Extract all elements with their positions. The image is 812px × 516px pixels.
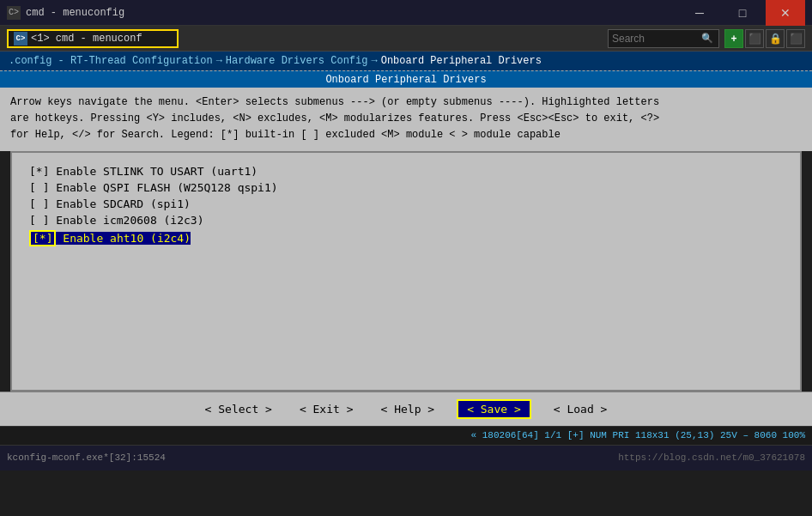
opd-title: Onboard Peripheral Drivers: [325, 74, 486, 86]
app-icon: C>: [7, 6, 21, 20]
taskbar-url: https://blog.csdn.net/m0_37621078: [618, 452, 805, 463]
close-button[interactable]: ✕: [766, 0, 805, 26]
menu-item[interactable]: [*] Enable STLINK TO USART (uart1): [12, 163, 800, 179]
help-line3: for Help, </> for Search. Legend: [*] bu…: [10, 127, 802, 143]
app-icon-label: C>: [9, 8, 19, 17]
search-input[interactable]: [612, 33, 698, 45]
menu-items: [*] Enable STLINK TO USART (uart1)[ ] En…: [12, 163, 800, 248]
breadcrumb-arrow1: →: [216, 55, 222, 67]
help-button[interactable]: < Help >: [376, 401, 440, 417]
exit-button[interactable]: < Exit >: [294, 401, 359, 417]
breadcrumb-arrow2: →: [371, 55, 377, 67]
taskbar-exe[interactable]: kconfig-mconf.exe*[32]:15524: [7, 452, 166, 463]
add-tab-button[interactable]: +: [724, 29, 743, 48]
taskbar: kconfig-mconf.exe*[32]:15524 https://blo…: [0, 445, 812, 470]
toolbar-buttons: + ⬛ 🔒 ⬛: [724, 29, 805, 48]
window-controls: ─ □ ✕: [680, 0, 805, 26]
minimize-button[interactable]: ─: [680, 0, 719, 26]
lock-button[interactable]: 🔒: [766, 29, 785, 48]
current-page-label: Onboard Peripheral Drivers: [381, 55, 542, 67]
help-area: Arrow keys navigate the menu. <Enter> se…: [0, 88, 812, 151]
search-icon: 🔍: [701, 33, 713, 44]
view-toggle-button[interactable]: ⬛: [745, 29, 764, 48]
config-link[interactable]: .config - RT-Thread Configuration: [9, 55, 213, 67]
breadcrumb: .config - RT-Thread Configuration → Hard…: [0, 52, 812, 70]
layout-button[interactable]: ⬛: [786, 29, 805, 48]
menu-item[interactable]: [ ] Enable SDCARD (spi1): [12, 196, 800, 212]
tab-icon: C>: [14, 32, 27, 46]
window-title: cmd - menuconfig: [26, 7, 675, 19]
load-button[interactable]: < Load >: [548, 401, 613, 417]
help-line1: Arrow keys navigate the menu. <Enter> se…: [10, 94, 802, 111]
status-bar: « 180206[64] 1/1 [+] NUM PRI 118x31 (25,…: [0, 426, 812, 445]
maximize-button[interactable]: □: [723, 0, 762, 26]
tab-bar: C> <1> cmd - menuconf 🔍 + ⬛ 🔒 ⬛: [0, 26, 812, 52]
status-coords: « 180206[64] 1/1 [+] NUM PRI 118x31 (25,…: [471, 430, 805, 440]
menu-content: [*] Enable STLINK TO USART (uart1)[ ] En…: [10, 151, 802, 392]
menu-item-selected: [*]: [29, 230, 56, 246]
search-box[interactable]: 🔍: [608, 29, 719, 48]
address-bar[interactable]: C> <1> cmd - menuconf: [7, 29, 179, 48]
save-button[interactable]: < Save >: [457, 399, 531, 419]
menu-item[interactable]: [ ] Enable icm20608 (i2c3): [12, 212, 800, 228]
menu-item-text: Enable aht10 (i2c4): [56, 232, 191, 245]
help-line2: are hotkeys. Pressing <Y> includes, <N> …: [10, 111, 802, 127]
bottom-buttons: < Select > < Exit > < Help > < Save > < …: [0, 392, 812, 426]
tab-icon-label: C>: [16, 34, 26, 43]
menu-item[interactable]: [ ] Enable QSPI FLASH (W25Q128 qspi1): [12, 179, 800, 196]
select-button[interactable]: < Select >: [200, 401, 277, 417]
title-bar: C> cmd - menuconfig ─ □ ✕: [0, 0, 812, 26]
menu-item[interactable]: [*] Enable aht10 (i2c4): [12, 228, 800, 248]
hardware-config-link[interactable]: Hardware Drivers Config: [226, 55, 368, 67]
tab-label: <1> cmd - menuconf: [31, 33, 172, 45]
opd-header: Onboard Peripheral Drivers: [0, 70, 812, 88]
